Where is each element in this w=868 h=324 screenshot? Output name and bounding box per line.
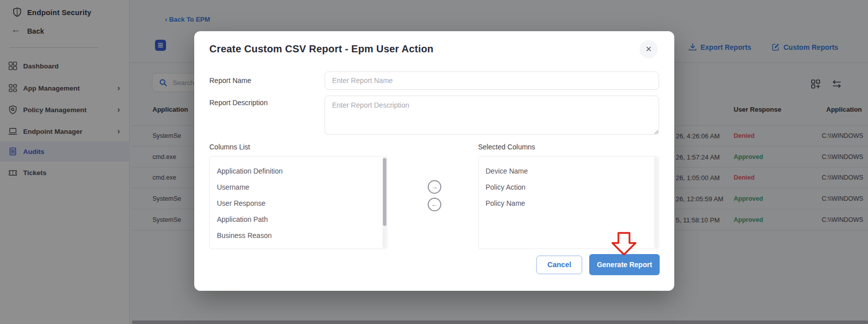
list-item[interactable]: Business Reason (217, 227, 387, 244)
columns-list-label: Columns List (209, 143, 250, 151)
close-icon[interactable]: × (640, 40, 658, 58)
scrollbar-thumb[interactable] (383, 158, 386, 226)
app-screen: Endpoint Security ← Back Dashboard App M… (0, 0, 868, 324)
generate-report-button[interactable]: Generate Report (589, 254, 660, 275)
create-csv-report-modal: Create Custom CSV Report - Epm User Acti… (194, 31, 674, 291)
list-item[interactable]: User Response (217, 195, 387, 211)
list-item[interactable]: Application Path (217, 211, 387, 227)
report-description-input[interactable] (325, 96, 659, 135)
move-left-button[interactable]: ← (428, 198, 441, 211)
selected-columns-box: Device Name Policy Action Policy Name (478, 156, 659, 249)
selected-columns-label: Selected Columns (478, 143, 535, 151)
columns-list-box: Application Definition Username User Res… (209, 156, 387, 249)
cancel-button[interactable]: Cancel (536, 256, 582, 274)
list-item[interactable]: Application Definition (217, 163, 387, 179)
modal-title: Create Custom CSV Report - Epm User Acti… (209, 43, 434, 55)
report-description-label: Report Description (209, 99, 268, 107)
scrollbar-track (654, 157, 658, 248)
list-item[interactable]: Policy Name (486, 195, 659, 211)
arrow-right-icon: → (431, 183, 438, 191)
report-name-input[interactable] (325, 71, 659, 90)
report-name-label: Report Name (209, 76, 251, 85)
list-item[interactable]: Signature Status (217, 244, 387, 249)
move-right-button[interactable]: → (428, 180, 441, 194)
selected-columns-list: Device Name Policy Action Policy Name (479, 156, 659, 211)
columns-list: Application Definition Username User Res… (210, 156, 387, 249)
list-item[interactable]: Device Name (486, 163, 659, 179)
list-item[interactable]: Username (217, 179, 387, 195)
list-item[interactable]: Policy Action (486, 179, 659, 195)
arrow-left-icon: ← (431, 200, 438, 208)
